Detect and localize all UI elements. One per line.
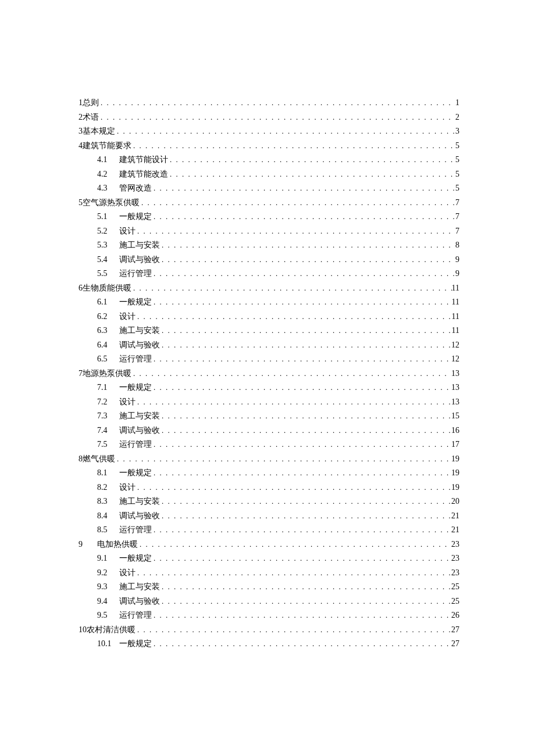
toc-leader-dots <box>140 196 455 210</box>
toc-row: 9.3施工与安装25 <box>79 580 459 594</box>
toc-number: 6.5 <box>97 352 119 367</box>
toc-leader-dots <box>115 452 451 467</box>
toc-number: 8.4 <box>97 509 119 524</box>
toc-number: 9.4 <box>97 594 119 609</box>
toc-number: 5.3 <box>97 238 119 253</box>
toc-number: 6.4 <box>97 338 119 353</box>
toc-title: 建筑节能设计 <box>119 153 168 167</box>
toc-leader-dots <box>160 338 451 353</box>
toc-row: 4.1建筑节能设计5 <box>79 153 459 167</box>
toc-page-number: 19 <box>451 481 459 495</box>
toc-number: 4.3 <box>97 181 119 196</box>
toc-page-number: 11 <box>452 310 459 324</box>
toc-title: 术语 <box>83 110 99 125</box>
toc-number: 9.5 <box>97 608 119 623</box>
toc-row: 7.1一般规定13 <box>79 381 459 395</box>
toc-leader-dots <box>160 424 451 438</box>
toc-number: 7.5 <box>97 438 119 452</box>
toc-title: 施工与安装 <box>119 324 160 338</box>
toc-leader-dots <box>152 267 455 281</box>
toc-page-number: 21 <box>451 509 459 524</box>
toc-title: 一般规定 <box>119 210 152 224</box>
toc-title: 基本规定 <box>83 124 115 139</box>
document-page: 1 总则12 术语23 基本规定34 建筑节能要求54.1建筑节能设计54.2建… <box>0 0 535 756</box>
toc-page-number: 27 <box>451 623 459 637</box>
toc-title: 设计 <box>119 481 135 495</box>
toc-number: 8.2 <box>97 481 119 495</box>
toc-number: 5 <box>79 196 83 210</box>
toc-leader-dots <box>168 167 455 182</box>
toc-number: 4 <box>79 139 83 153</box>
toc-row: 4.2建筑节能改造5 <box>79 167 459 182</box>
toc-page-number: 27 <box>451 637 459 651</box>
toc-title: 一般规定 <box>119 637 152 651</box>
toc-page-number: 11 <box>452 281 459 296</box>
toc-page-number: 26 <box>451 608 459 623</box>
toc-row: 5.1一般规定7 <box>79 210 459 224</box>
toc-number: 7.1 <box>97 381 119 395</box>
toc-title: 运行管理 <box>119 267 152 281</box>
toc-row: 6.4调试与验收12 <box>79 338 459 353</box>
toc-title: 施工与安装 <box>119 580 160 594</box>
toc-title: 电加热供暖 <box>97 538 138 552</box>
toc-row: 9.4调试与验收25 <box>79 594 459 609</box>
toc-page-number: 23 <box>451 566 459 581</box>
toc-page-number: 11 <box>452 324 459 338</box>
toc-title: 调试与验收 <box>119 594 160 609</box>
toc-number: 10.1 <box>97 637 119 651</box>
toc-row: 10 农村清洁供暖27 <box>79 623 459 637</box>
toc-page-number: 11 <box>452 295 459 310</box>
toc-leader-dots <box>152 381 451 395</box>
toc-title: 一般规定 <box>119 295 152 310</box>
toc-number: 2 <box>79 110 83 125</box>
toc-leader-dots <box>115 124 455 139</box>
toc-number: 9.3 <box>97 580 119 594</box>
toc-title: 燃气供暖 <box>83 452 115 467</box>
toc-row: 5.3施工与安装8 <box>79 238 459 253</box>
toc-number: 3 <box>79 124 83 139</box>
toc-page-number: 12 <box>451 338 459 353</box>
toc-row: 2 术语2 <box>79 110 459 125</box>
toc-row: 9.2设计23 <box>79 566 459 581</box>
toc-number: 5.1 <box>97 210 119 224</box>
toc-page-number: 16 <box>451 424 459 438</box>
toc-number: 1 <box>79 96 83 110</box>
toc-title: 运行管理 <box>119 608 152 623</box>
toc-page-number: 13 <box>451 381 459 395</box>
toc-leader-dots <box>152 523 451 538</box>
toc-leader-dots <box>152 438 451 452</box>
toc-number: 7.2 <box>97 395 119 410</box>
toc-leader-dots <box>160 580 451 594</box>
toc-row: 9.5运行管理26 <box>79 608 459 623</box>
toc-leader-dots <box>152 181 455 196</box>
toc-row: 5.2设计7 <box>79 224 459 239</box>
toc-row: 8.4调试与验收21 <box>79 509 459 524</box>
toc-page-number: 17 <box>451 438 459 452</box>
toc-title: 设计 <box>119 310 135 324</box>
toc-page-number: 9 <box>455 267 459 281</box>
toc-title: 建筑节能要求 <box>83 139 131 153</box>
toc-number: 5.5 <box>97 267 119 281</box>
toc-leader-dots <box>152 352 451 367</box>
toc-title: 管网改造 <box>119 181 152 196</box>
toc-row: 4.3管网改造5 <box>79 181 459 196</box>
toc-title: 设计 <box>119 395 135 410</box>
toc-number: 8 <box>79 452 83 467</box>
toc-row: 8.3施工与安装20 <box>79 495 459 509</box>
toc-number: 4.1 <box>97 153 119 167</box>
toc-row: 8.5运行管理21 <box>79 523 459 538</box>
toc-leader-dots <box>138 538 451 552</box>
toc-leader-dots <box>99 96 455 110</box>
toc-leader-dots <box>160 509 451 524</box>
toc-title: 调试与验收 <box>119 338 160 353</box>
toc-number: 9 <box>79 538 87 552</box>
toc-number: 8.5 <box>97 523 119 538</box>
toc-number: 6 <box>79 281 83 296</box>
toc-title: 农村清洁供暖 <box>87 623 135 637</box>
toc-row: 6.2设计11 <box>79 310 459 324</box>
toc-row: 6.5运行管理12 <box>79 352 459 367</box>
toc-title: 总则 <box>83 96 99 110</box>
toc-leader-dots <box>160 594 451 609</box>
toc-leader-dots <box>152 466 451 481</box>
toc-row: 7.2设计13 <box>79 395 459 410</box>
